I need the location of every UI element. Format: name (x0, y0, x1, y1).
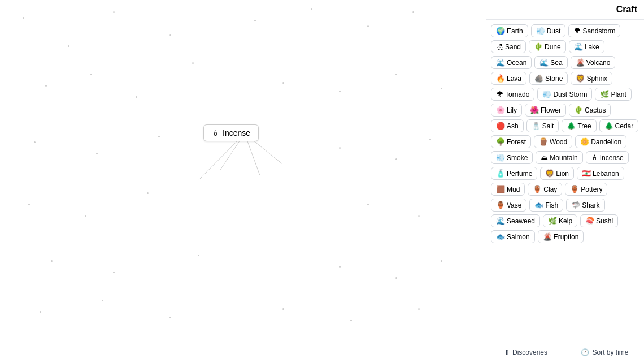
item-label: Kelp (559, 217, 572, 225)
item-label: Clay (543, 186, 557, 193)
item-label: Dust (547, 27, 561, 35)
canvas-dot (254, 20, 256, 21)
item-badge[interactable]: 🌪Sandstorm (568, 24, 620, 37)
canvas-dot (412, 11, 414, 13)
canvas-dot (367, 25, 369, 27)
item-icon: 🔥 (496, 74, 505, 83)
discoveries-label: Discoveries (512, 348, 547, 356)
item-badge[interactable]: 🌋Volcano (571, 56, 616, 69)
item-badge[interactable]: 🌳Forest (491, 135, 531, 148)
item-label: Fish (545, 201, 558, 209)
item-label: Sand (505, 43, 521, 51)
item-badge[interactable]: 🦈Shark (566, 199, 604, 212)
item-label: Vase (507, 201, 521, 209)
sort-by-time-button[interactable]: 🕐 Sort by time (565, 342, 644, 362)
item-icon: 🦈 (571, 201, 580, 209)
canvas-dot (192, 62, 194, 64)
canvas-dot (169, 34, 171, 36)
item-label: Lake (585, 43, 599, 51)
item-badge[interactable]: 🌍Earth (491, 24, 528, 37)
item-label: Sphinx (586, 75, 607, 83)
item-badge[interactable]: 🐟Fish (529, 199, 563, 212)
item-badge[interactable]: 🕯Incense (586, 151, 629, 164)
item-icon: 🦁 (545, 169, 554, 178)
item-icon: 🌵 (574, 106, 583, 114)
item-badge[interactable]: 🔥Lava (491, 72, 526, 85)
panel-header: Craft (486, 0, 644, 20)
item-label: Volcano (586, 59, 611, 67)
item-badge[interactable]: 🧂Salt (526, 119, 559, 132)
item-label: Dune (545, 43, 561, 51)
item-badge[interactable]: 🟫Mud (491, 183, 525, 196)
canvas-dot (169, 317, 171, 318)
item-badge[interactable]: 🔴Ash (491, 119, 524, 132)
item-icon: 🏺 (533, 185, 542, 193)
item-label: Smoke (507, 154, 528, 162)
sort-icon: 🕐 (581, 348, 589, 356)
item-label: Dust Storm (553, 90, 587, 98)
item-badge[interactable]: 🍣Sushi (580, 214, 618, 227)
item-label: Shark (582, 201, 599, 209)
item-badge[interactable]: 🪵Wood (534, 135, 572, 148)
item-badge[interactable]: 🌿Plant (595, 88, 631, 101)
item-icon: 🏺 (570, 185, 579, 193)
item-icon: 🕯 (591, 153, 598, 162)
incense-node[interactable]: 🕯 Incense (203, 124, 259, 141)
canvas-dot (311, 8, 312, 10)
item-badge[interactable]: 🌊Sea (534, 56, 567, 69)
item-badge[interactable]: 🌊Ocean (491, 56, 532, 69)
item-badge[interactable]: 🌸Lily (491, 104, 522, 117)
canvas-dot (282, 308, 284, 310)
item-badge[interactable]: 🌼Dandelion (575, 135, 626, 148)
item-label: Incense (600, 154, 624, 162)
item-badge[interactable]: 🌺Flower (525, 104, 566, 117)
item-label: Salmon (507, 233, 530, 241)
item-badge[interactable]: 💨Dust (531, 24, 566, 37)
item-icon: 🪵 (539, 137, 548, 146)
item-badge[interactable]: 🦁Sphinx (571, 72, 612, 85)
item-badge[interactable]: 🏺Vase (491, 199, 526, 212)
item-icon: 🧴 (496, 169, 505, 178)
item-label: Sea (550, 59, 562, 67)
item-badge[interactable]: 🏺Clay (528, 183, 562, 196)
item-icon: 🌪 (496, 90, 503, 98)
item-badge[interactable]: ⛰Mountain (536, 151, 582, 164)
item-badge[interactable]: 🌿Kelp (543, 214, 577, 227)
canvas-svg (0, 0, 486, 362)
item-badge[interactable]: 🌲Cedar (599, 119, 639, 132)
item-label: Perfume (507, 170, 532, 178)
item-badge[interactable]: 🏺Pottery (565, 183, 607, 196)
item-badge[interactable]: 🐟Salmon (491, 230, 535, 243)
item-badge[interactable]: 🏖Sand (491, 40, 526, 53)
right-panel: Craft 🌍Earth💨Dust🌪Sandstorm🏖Sand🌵Dune🌊La… (486, 0, 644, 362)
panel-title: Craft (616, 5, 637, 14)
canvas-dot (34, 141, 36, 143)
item-badge[interactable]: 🌊Lake (569, 40, 604, 53)
item-icon: 🇱🇧 (582, 169, 591, 178)
canvas-area[interactable]: 🕯 Incense (0, 0, 486, 362)
item-badge[interactable]: 🌵Dune (529, 40, 566, 53)
item-badge[interactable]: 🪨Stone (529, 72, 568, 85)
item-badge[interactable]: 🌋Eruption (538, 230, 584, 243)
item-icon: 🌼 (580, 137, 589, 146)
item-label: Eruption (554, 233, 579, 241)
item-badge[interactable]: 💨Dust Storm (537, 88, 592, 101)
canvas-dot (339, 90, 341, 92)
item-badge[interactable]: 🌪Tornado (491, 88, 534, 101)
item-badge[interactable]: 🌲Tree (562, 119, 596, 132)
item-icon: 💨 (542, 90, 551, 98)
item-badge[interactable]: 💨Smoke (491, 151, 533, 164)
incense-node-label: Incense (223, 128, 250, 137)
item-icon: 🧂 (532, 122, 541, 130)
canvas-dot (85, 215, 86, 217)
canvas-dot (395, 277, 397, 279)
canvas-dot (158, 136, 160, 137)
item-badge[interactable]: 🌵Cactus (569, 104, 611, 117)
item-badge[interactable]: 🦁Lion (540, 167, 574, 180)
discoveries-button[interactable]: ⬆ Discoveries (486, 342, 565, 362)
item-badge[interactable]: 🇱🇧Lebanon (577, 167, 624, 180)
canvas-dot (68, 45, 69, 47)
item-badge[interactable]: 🧴Perfume (491, 167, 537, 180)
item-badge[interactable]: 🌊Seaweed (491, 214, 540, 227)
item-icon: 🌸 (496, 106, 505, 114)
